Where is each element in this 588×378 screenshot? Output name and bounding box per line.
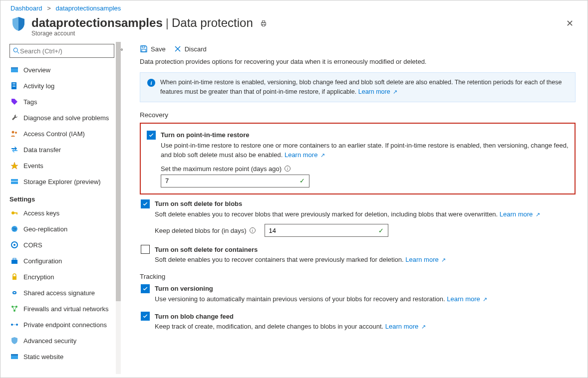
svg-point-18 [11, 226, 17, 232]
nav-firewalls[interactable]: Firewalls and virtual networks [9, 301, 121, 317]
discard-button[interactable]: Discard [174, 45, 207, 53]
link-icon [10, 289, 18, 297]
nav-label: Advanced security [23, 337, 76, 345]
nav-access-control[interactable]: Access Control (IAM) [9, 126, 121, 142]
wrench-icon [10, 114, 18, 122]
page-name: Data protection [172, 16, 253, 30]
softdelete-containers-title: Turn on soft delete for containers [155, 246, 258, 253]
nav-private-endpoint[interactable]: Private endpoint connections [9, 317, 121, 333]
svg-point-3 [13, 48, 17, 52]
softdelete-containers-desc: Soft delete enables you to recover conta… [155, 256, 404, 263]
changefeed-desc: Keep track of create, modification, and … [155, 323, 383, 330]
main-content: Save Discard Data protection provides op… [128, 42, 588, 374]
search-field[interactable] [20, 47, 111, 55]
nav-sas[interactable]: Shared access signature [9, 285, 121, 301]
nav-label: CORS [23, 241, 42, 249]
nav-tags[interactable]: Tags [9, 94, 121, 110]
sidebar: « Overview Activity log Tags Diagnose an… [0, 42, 123, 374]
nav-events[interactable]: Events [9, 158, 121, 174]
nav-label: Events [23, 162, 43, 170]
softdelete-blobs-title: Turn on soft delete for blobs [155, 200, 242, 207]
network-icon [10, 305, 18, 313]
external-link-icon: ↗ [393, 89, 397, 95]
valid-check-icon: ✓ [299, 177, 305, 185]
print-icon[interactable] [260, 16, 267, 30]
nav-data-transfer[interactable]: Data transfer [9, 142, 121, 158]
nav-label: Shared access signature [23, 289, 95, 297]
explorer-icon [10, 178, 18, 186]
nav-configuration[interactable]: Configuration [9, 253, 121, 269]
external-link-icon: ↗ [320, 152, 325, 158]
softdelete-containers-checkbox[interactable] [141, 245, 150, 254]
pitr-title: Turn on point-in-time restore [161, 131, 249, 139]
nav-static-website[interactable]: Static website [9, 349, 121, 365]
svg-rect-10 [12, 86, 15, 87]
svg-rect-14 [11, 181, 18, 182]
svg-rect-17 [16, 212, 17, 214]
log-icon [10, 82, 18, 90]
info-learn-more-link[interactable]: Learn more ↗ [358, 88, 397, 95]
events-icon [10, 162, 18, 170]
svg-point-11 [12, 131, 14, 134]
nav-encryption[interactable]: Encryption [9, 269, 121, 285]
versioning-learn-more-link[interactable]: Learn more ↗ [447, 295, 487, 303]
page-title: dataprotectionsamples | Data protection [31, 16, 562, 30]
nav-storage-explorer[interactable]: Storage Explorer (preview) [9, 174, 121, 189]
softdelete-containers-learn-more-link[interactable]: Learn more ↗ [405, 256, 446, 263]
nav-label: Geo-replication [23, 225, 67, 233]
save-button[interactable]: Save [140, 45, 166, 53]
endpoint-icon [10, 321, 18, 329]
sidebar-scrollbar[interactable] [116, 42, 121, 374]
softdelete-blobs-days-input[interactable]: ✓ [265, 224, 388, 237]
nav-label: Diagnose and solve problems [23, 114, 109, 122]
external-link-icon: ↗ [441, 257, 446, 263]
info-tooltip-icon[interactable]: i [285, 166, 291, 172]
collapse-sidebar-button[interactable]: « [120, 46, 123, 53]
svg-point-28 [16, 324, 18, 326]
nav-geo-replication[interactable]: Geo-replication [9, 221, 121, 237]
settings-section-label: Settings [9, 195, 121, 203]
svg-point-27 [11, 324, 13, 326]
cors-icon [10, 241, 18, 249]
changefeed-learn-more-link[interactable]: Learn more ↗ [385, 323, 426, 330]
nav-diagnose[interactable]: Diagnose and solve problems [9, 110, 121, 126]
nav-label: Private endpoint connections [23, 321, 107, 329]
website-icon [10, 353, 18, 361]
nav-label: Configuration [23, 257, 62, 265]
nav-label: Static website [23, 353, 63, 361]
valid-check-icon: ✓ [378, 227, 384, 234]
nav-cors[interactable]: CORS [9, 237, 121, 253]
changefeed-checkbox[interactable] [141, 312, 150, 321]
softdelete-blobs-learn-more-link[interactable]: Learn more ↗ [500, 210, 540, 218]
pitr-learn-more-link[interactable]: Learn more ↗ [285, 151, 325, 159]
chevron-right-icon: > [47, 4, 51, 12]
nav-advanced-security[interactable]: Advanced security [9, 333, 121, 349]
nav-label: Overview [23, 66, 50, 74]
breadcrumb-current[interactable]: dataprotectionsamples [55, 4, 121, 12]
pitr-highlight: Turn on point-in-time restore Use point-… [140, 123, 576, 194]
info-tooltip-icon[interactable]: i [250, 227, 256, 233]
pitr-days-field[interactable] [165, 177, 299, 185]
nav-label: Access Control (IAM) [23, 130, 85, 138]
transfer-icon [10, 146, 18, 154]
breadcrumb-root[interactable]: Dashboard [10, 4, 42, 12]
pitr-days-input[interactable]: ✓ [161, 175, 309, 188]
softdelete-blobs-days-field[interactable] [269, 227, 378, 234]
svg-rect-33 [142, 49, 146, 52]
svg-point-12 [15, 132, 17, 134]
versioning-checkbox[interactable] [141, 284, 150, 293]
key-icon [10, 209, 18, 217]
close-button[interactable]: ✕ [562, 16, 578, 31]
softdelete-blobs-checkbox[interactable] [141, 199, 150, 208]
nav-overview[interactable]: Overview [9, 62, 121, 78]
nav-label: Storage Explorer (preview) [23, 178, 101, 186]
changefeed-title: Turn on blob change feed [155, 313, 234, 320]
pitr-checkbox[interactable] [147, 131, 156, 140]
search-input[interactable] [9, 44, 114, 58]
resource-type: Storage account [31, 30, 562, 37]
nav-access-keys[interactable]: Access keys [9, 205, 121, 221]
svg-rect-8 [12, 83, 15, 84]
shield-small-icon [10, 337, 18, 345]
storage-icon [10, 66, 18, 74]
nav-activity-log[interactable]: Activity log [9, 78, 121, 94]
